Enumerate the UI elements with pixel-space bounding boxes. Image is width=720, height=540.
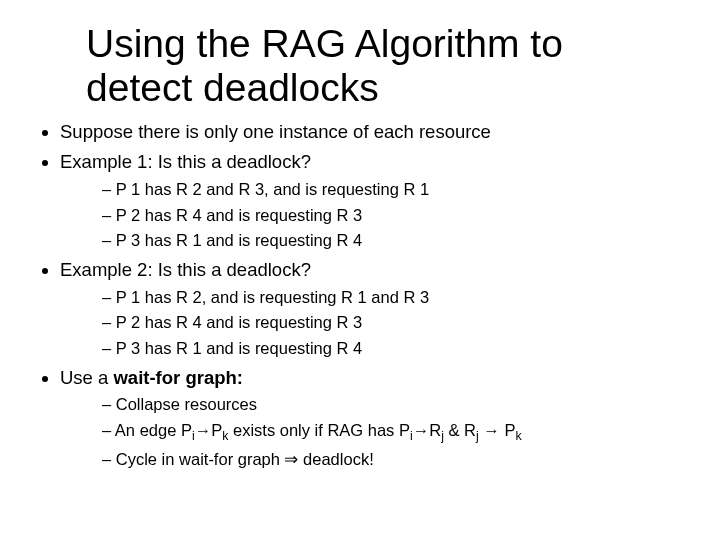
t: →R	[413, 421, 441, 439]
bullet-waitfor: Use a wait-for graph: Collapse resources…	[60, 366, 684, 471]
slide-body: Suppose there is only one instance of ea…	[36, 120, 684, 476]
bullet-text: Suppose there is only one instance of ea…	[60, 121, 491, 142]
bullet-text: Example 1: Is this a deadlock?	[60, 151, 311, 172]
sub-text: Cycle in wait-for graph ⇒ deadlock!	[116, 450, 374, 468]
t: →P	[195, 421, 223, 439]
sub-text: P 1 has R 2 and R 3, and is requesting R…	[116, 180, 429, 198]
sub-text: P 1 has R 2, and is requesting R 1 and R…	[116, 288, 429, 306]
sub-text: P 2 has R 4 and is requesting R 3	[116, 206, 362, 224]
t: & R	[444, 421, 476, 439]
bullet-pre: Use a	[60, 367, 113, 388]
sub-text: P 2 has R 4 and is requesting R 3	[116, 313, 362, 331]
bullet-bold: wait-for graph:	[113, 367, 243, 388]
title-line-2: detect deadlocks	[86, 66, 379, 109]
sub-item: P 2 has R 4 and is requesting R 3	[102, 205, 684, 227]
bullet-text: Example 2: Is this a deadlock?	[60, 259, 311, 280]
sub-k: k	[515, 429, 521, 443]
sub-text: P 3 has R 1 and is requesting R 4	[116, 339, 362, 357]
sub-item: P 2 has R 4 and is requesting R 3	[102, 312, 684, 334]
slide-title: Using the RAG Algorithm to detect deadlo…	[86, 22, 700, 109]
sub-item: Collapse resources	[102, 394, 684, 416]
sublist: Collapse resources An edge Pi→Pk exists …	[60, 394, 684, 470]
slide: Using the RAG Algorithm to detect deadlo…	[0, 0, 720, 540]
sub-item: P 1 has R 2, and is requesting R 1 and R…	[102, 287, 684, 309]
t: An edge P	[115, 421, 192, 439]
sub-item: P 1 has R 2 and R 3, and is requesting R…	[102, 179, 684, 201]
bullet-suppose: Suppose there is only one instance of ea…	[60, 120, 684, 144]
sub-item: Cycle in wait-for graph ⇒ deadlock!	[102, 449, 684, 471]
sub-text: P 3 has R 1 and is requesting R 4	[116, 231, 362, 249]
sub-item-edge: An edge Pi→Pk exists only if RAG has Pi→…	[102, 420, 684, 445]
sublist: P 1 has R 2, and is requesting R 1 and R…	[60, 287, 684, 360]
title-line-1: Using the RAG Algorithm to	[86, 22, 563, 65]
bullet-list: Suppose there is only one instance of ea…	[36, 120, 684, 470]
sub-item: P 3 has R 1 and is requesting R 4	[102, 230, 684, 252]
t: exists only if RAG has P	[228, 421, 410, 439]
sub-item: P 3 has R 1 and is requesting R 4	[102, 338, 684, 360]
sub-text: Collapse resources	[116, 395, 257, 413]
bullet-example1: Example 1: Is this a deadlock? P 1 has R…	[60, 150, 684, 252]
bullet-example2: Example 2: Is this a deadlock? P 1 has R…	[60, 258, 684, 360]
t: → P	[479, 421, 516, 439]
sublist: P 1 has R 2 and R 3, and is requesting R…	[60, 179, 684, 252]
